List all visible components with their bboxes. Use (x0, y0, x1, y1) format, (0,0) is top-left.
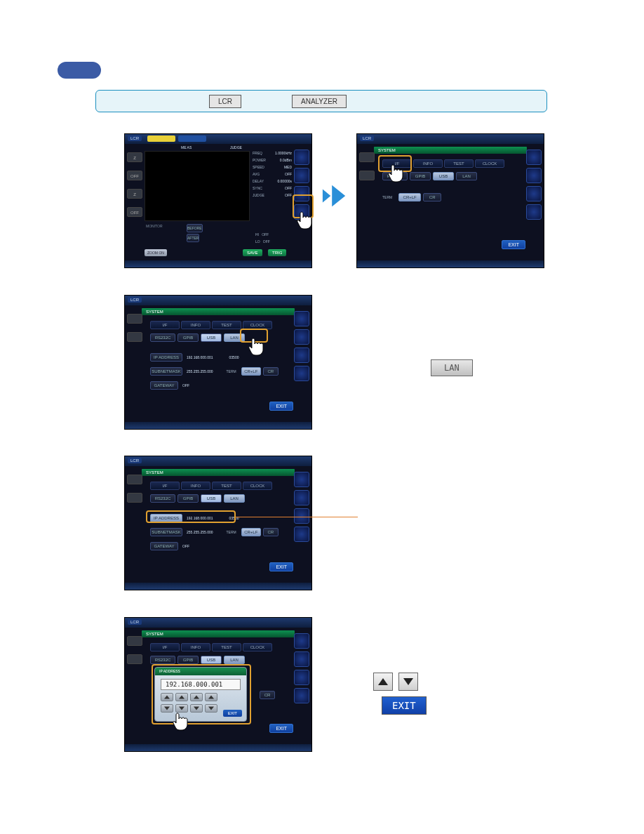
lan-button-large[interactable]: LAN (431, 359, 473, 376)
cr-btn-5[interactable]: CR (260, 691, 275, 699)
tab-clock-5[interactable]: CLOCK (243, 643, 272, 651)
side4a[interactable] (127, 475, 142, 484)
trig-btn[interactable]: TRIG (268, 249, 286, 256)
ri2d[interactable] (526, 204, 542, 220)
ri3b[interactable] (294, 329, 309, 345)
before-btn[interactable]: BEFORE (187, 224, 203, 232)
z-button-1[interactable]: Z (127, 152, 142, 162)
exit-btn-3[interactable]: EXIT (269, 402, 293, 411)
ip-down-4[interactable] (205, 704, 217, 713)
if-rs232c-3[interactable]: RS232C (150, 333, 175, 342)
ip-panel-exit[interactable]: EXIT (223, 710, 242, 717)
crlf-btn-3[interactable]: CR+LF (241, 367, 261, 376)
ri4a[interactable] (294, 472, 309, 487)
ri3a[interactable] (294, 311, 309, 326)
system-header-3: SYSTEM (142, 308, 295, 315)
if-lan-5[interactable]: LAN (224, 656, 245, 664)
subnet-btn-3[interactable]: SUBNETMASK (150, 367, 182, 376)
cr-btn-4[interactable]: CR (263, 528, 279, 536)
side-icon-1[interactable] (294, 150, 309, 165)
if-usb-3[interactable]: USB (201, 333, 222, 342)
tab-if-5[interactable]: I/F (150, 643, 180, 651)
crlf-btn-2[interactable]: CR+LF (398, 193, 421, 201)
if-usb-4[interactable]: USB (201, 494, 222, 503)
tab-test-3[interactable]: TEST (212, 321, 241, 329)
if-gpib-5[interactable]: GPIB (177, 656, 199, 664)
ri5a[interactable] (294, 633, 309, 649)
analyzer-button[interactable]: ANALYZER (292, 95, 347, 108)
ri4c[interactable] (294, 508, 309, 524)
side5b[interactable] (127, 654, 142, 664)
ip-up-3[interactable] (190, 693, 203, 701)
cr-btn-2[interactable]: CR (423, 193, 441, 201)
ri5d[interactable] (294, 688, 309, 703)
side3b[interactable] (127, 332, 142, 342)
side2a[interactable] (359, 152, 375, 162)
if-lan-4[interactable]: LAN (224, 494, 245, 503)
zoom-btn[interactable]: ZOOM ON (145, 249, 167, 256)
if-gpib-3[interactable]: GPIB (177, 333, 199, 342)
tab-clock-4[interactable]: CLOCK (243, 482, 272, 490)
gateway-val-3: OFF (182, 383, 189, 388)
exit-btn-2[interactable]: EXIT (502, 240, 525, 249)
gateway-btn-4[interactable]: GATEWAY (150, 542, 178, 550)
side3a[interactable] (127, 314, 142, 324)
after-btn[interactable]: AFTER (187, 234, 199, 242)
tab-info-5[interactable]: INFO (181, 643, 210, 651)
ip-down-3[interactable] (190, 704, 203, 713)
tab-if-4[interactable]: I/F (150, 482, 180, 490)
exit-btn-5[interactable]: EXIT (269, 724, 293, 733)
tab-clock-3[interactable]: CLOCK (243, 321, 272, 329)
save-btn[interactable]: SAVE (243, 249, 262, 256)
side2b[interactable] (359, 171, 375, 180)
down-arrow-button[interactable] (398, 673, 418, 691)
subnet-btn-4[interactable]: SUBNETMASK (150, 528, 182, 536)
side5a[interactable] (127, 636, 142, 646)
if-gpib-2[interactable]: GPIB (410, 172, 431, 180)
ri5c[interactable] (294, 670, 309, 685)
side-icon-2[interactable] (294, 168, 309, 183)
if-usb-2[interactable]: USB (433, 172, 454, 180)
if-gpib-4[interactable]: GPIB (177, 494, 199, 503)
ri4d[interactable] (294, 527, 309, 542)
ipaddr-btn-4[interactable]: IP ADDRESS (150, 514, 182, 522)
ri3d[interactable] (294, 366, 309, 381)
tab-test-2[interactable]: TEST (444, 159, 474, 168)
if-rs232c-5[interactable]: RS232C (150, 656, 175, 664)
ri3c[interactable] (294, 348, 309, 363)
exit-btn-4[interactable]: EXIT (269, 562, 293, 571)
up-arrow-button[interactable] (373, 673, 393, 691)
ip-up-4[interactable] (205, 693, 217, 701)
ip-up-2[interactable] (175, 693, 188, 701)
if-rs232c-4[interactable]: RS232C (150, 494, 175, 503)
tab-test-5[interactable]: TEST (212, 643, 241, 651)
off-button-2[interactable]: OFF (127, 207, 142, 217)
cr-btn-3[interactable]: CR (263, 367, 279, 376)
ri2c[interactable] (526, 186, 542, 201)
tab-if-3[interactable]: I/F (150, 321, 180, 329)
if-lan-2[interactable]: LAN (456, 172, 477, 180)
lcr-button[interactable]: LCR (209, 95, 241, 108)
ri5b[interactable] (294, 651, 309, 667)
screenshot-3: LCR SYSTEM I/F INFO TEST CLOCK RS232C GP… (124, 295, 312, 430)
ipaddr-btn-3[interactable]: IP ADDRESS (150, 353, 182, 362)
tab-info-2[interactable]: INFO (413, 159, 443, 168)
gateway-val-4: OFF (182, 544, 189, 548)
side4b[interactable] (127, 493, 142, 503)
z-button-2[interactable]: Z (127, 189, 142, 199)
ip-up-1[interactable] (161, 693, 173, 701)
tab-info-3[interactable]: INFO (181, 321, 210, 329)
ri2a[interactable] (526, 150, 542, 165)
crlf-btn-4[interactable]: CR+LF (241, 528, 261, 536)
ri4b[interactable] (294, 490, 309, 505)
exit-button-large[interactable]: EXIT (382, 696, 427, 715)
side-icon-3[interactable] (294, 186, 309, 201)
if-usb-5[interactable]: USB (201, 656, 222, 664)
ri2b[interactable] (526, 168, 542, 183)
off-button-1[interactable]: OFF (127, 171, 142, 180)
tab-info-4[interactable]: INFO (181, 482, 210, 490)
gateway-btn-3[interactable]: GATEWAY (150, 381, 178, 390)
tab-clock-2[interactable]: CLOCK (475, 159, 504, 168)
tab-test-4[interactable]: TEST (212, 482, 241, 490)
if-lan-3[interactable]: LAN (224, 333, 245, 342)
